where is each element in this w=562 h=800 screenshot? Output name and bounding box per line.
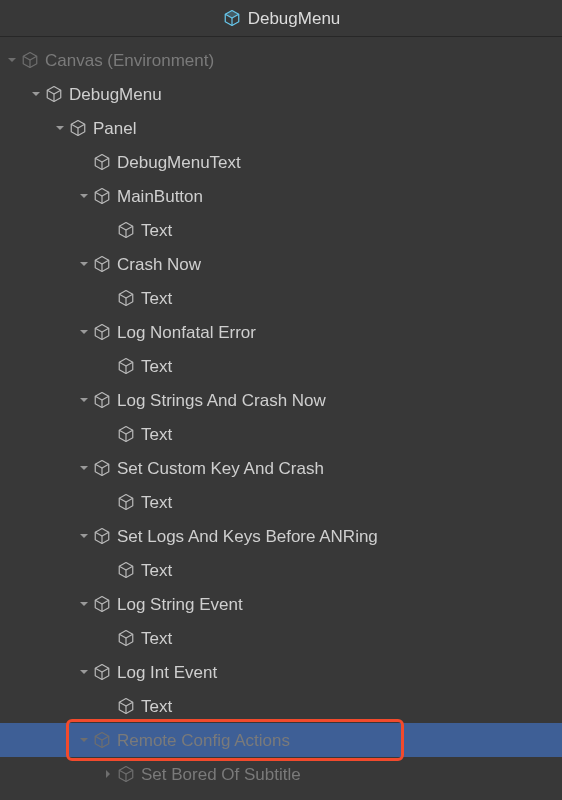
gameobject-icon bbox=[116, 764, 136, 784]
tree-row-crashnow[interactable]: Crash Now bbox=[0, 247, 562, 281]
node-label: Remote Config Actions bbox=[117, 732, 290, 749]
tree-row-canvas[interactable]: Canvas (Environment) bbox=[0, 43, 562, 77]
node-label: Text bbox=[141, 698, 172, 715]
chevron-down-icon[interactable] bbox=[54, 122, 66, 134]
chevron-down-icon[interactable] bbox=[78, 326, 90, 338]
chevron-down-icon[interactable] bbox=[78, 666, 90, 678]
gameobject-icon bbox=[92, 458, 112, 478]
tree-row-logstringevent-text[interactable]: Text bbox=[0, 621, 562, 655]
gameobject-icon bbox=[92, 526, 112, 546]
tree-row-debugmenutext[interactable]: DebugMenuText bbox=[0, 145, 562, 179]
tree-row-remoteconfig[interactable]: Remote Config Actions bbox=[0, 723, 562, 757]
header-bar: DebugMenu bbox=[0, 0, 562, 37]
node-label: Log Int Event bbox=[117, 664, 217, 681]
node-label: Text bbox=[141, 562, 172, 579]
node-label: Set Bored Of Subtitle bbox=[141, 766, 301, 783]
chevron-down-icon[interactable] bbox=[78, 734, 90, 746]
tree-row-logintevent-text[interactable]: Text bbox=[0, 689, 562, 723]
gameobject-icon bbox=[116, 356, 136, 376]
node-label: Crash Now bbox=[117, 256, 201, 273]
gameobject-icon bbox=[92, 152, 112, 172]
gameobject-icon bbox=[20, 50, 40, 70]
node-label: Text bbox=[141, 358, 172, 375]
tree-row-setenjoys[interactable]: Set Enjoys Subtitle bbox=[0, 791, 562, 800]
gameobject-icon bbox=[92, 186, 112, 206]
gameobject-icon bbox=[92, 322, 112, 342]
node-label: Panel bbox=[93, 120, 136, 137]
gameobject-icon bbox=[92, 594, 112, 614]
chevron-down-icon[interactable] bbox=[78, 598, 90, 610]
node-label: Text bbox=[141, 630, 172, 647]
node-label: DebugMenuText bbox=[117, 154, 241, 171]
node-label: Canvas (Environment) bbox=[45, 52, 214, 69]
node-label: Set Custom Key And Crash bbox=[117, 460, 324, 477]
node-label: Text bbox=[141, 290, 172, 307]
tree-row-debugmenu-node[interactable]: DebugMenu bbox=[0, 77, 562, 111]
gameobject-icon bbox=[92, 662, 112, 682]
chevron-right-icon[interactable] bbox=[102, 768, 114, 780]
tree-row-logstringscrash[interactable]: Log Strings And Crash Now bbox=[0, 383, 562, 417]
chevron-down-icon[interactable] bbox=[6, 54, 18, 66]
node-label: Log String Event bbox=[117, 596, 243, 613]
prefab-icon bbox=[222, 8, 242, 28]
node-label: Text bbox=[141, 426, 172, 443]
gameobject-icon bbox=[116, 220, 136, 240]
gameobject-icon bbox=[116, 492, 136, 512]
tree-row-logstringevent[interactable]: Log String Event bbox=[0, 587, 562, 621]
node-label: Set Logs And Keys Before ANRing bbox=[117, 528, 378, 545]
gameobject-icon bbox=[68, 118, 88, 138]
tree-row-logsanr[interactable]: Set Logs And Keys Before ANRing bbox=[0, 519, 562, 553]
gameobject-icon bbox=[116, 696, 136, 716]
node-label: DebugMenu bbox=[69, 86, 162, 103]
node-label: Text bbox=[141, 494, 172, 511]
gameobject-icon bbox=[116, 288, 136, 308]
hierarchy-window: DebugMenu Canvas (Environment) DebugMenu… bbox=[0, 0, 562, 800]
node-label: MainButton bbox=[117, 188, 203, 205]
chevron-down-icon[interactable] bbox=[78, 258, 90, 270]
tree-row-lognonfatal[interactable]: Log Nonfatal Error bbox=[0, 315, 562, 349]
tree-row-lognonfatal-text[interactable]: Text bbox=[0, 349, 562, 383]
chevron-down-icon[interactable] bbox=[78, 190, 90, 202]
hierarchy-tree[interactable]: Canvas (Environment) DebugMenu Panel Deb… bbox=[0, 37, 562, 800]
tree-row-mainbutton-text[interactable]: Text bbox=[0, 213, 562, 247]
node-label: Log Nonfatal Error bbox=[117, 324, 256, 341]
tree-row-setbored[interactable]: Set Bored Of Subtitle bbox=[0, 757, 562, 791]
tree-row-panel[interactable]: Panel bbox=[0, 111, 562, 145]
header-title: DebugMenu bbox=[248, 10, 341, 27]
gameobject-icon bbox=[44, 84, 64, 104]
tree-row-customkey-text[interactable]: Text bbox=[0, 485, 562, 519]
tree-row-customkey[interactable]: Set Custom Key And Crash bbox=[0, 451, 562, 485]
gameobject-icon bbox=[92, 390, 112, 410]
node-label: Text bbox=[141, 222, 172, 239]
tree-row-logintevent[interactable]: Log Int Event bbox=[0, 655, 562, 689]
tree-row-logstringscrash-text[interactable]: Text bbox=[0, 417, 562, 451]
chevron-down-icon[interactable] bbox=[30, 88, 42, 100]
tree-row-logsanr-text[interactable]: Text bbox=[0, 553, 562, 587]
tree-row-mainbutton[interactable]: MainButton bbox=[0, 179, 562, 213]
gameobject-icon bbox=[116, 560, 136, 580]
tree-row-crashnow-text[interactable]: Text bbox=[0, 281, 562, 315]
chevron-down-icon[interactable] bbox=[78, 462, 90, 474]
gameobject-icon bbox=[92, 730, 112, 750]
chevron-down-icon[interactable] bbox=[78, 530, 90, 542]
gameobject-icon bbox=[116, 628, 136, 648]
chevron-down-icon[interactable] bbox=[78, 394, 90, 406]
gameobject-icon bbox=[116, 424, 136, 444]
gameobject-icon bbox=[92, 254, 112, 274]
node-label: Log Strings And Crash Now bbox=[117, 392, 326, 409]
